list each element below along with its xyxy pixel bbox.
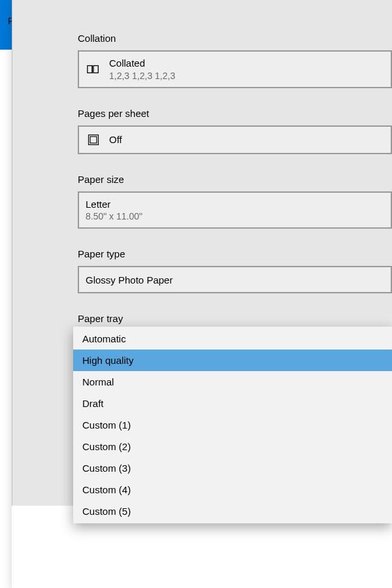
pages-per-sheet-combobox[interactable]: Off: [78, 125, 392, 154]
paper-size-subtext: 8.50" x 11.00": [86, 210, 142, 222]
paper-size-value-wrap: Letter 8.50" x 11.00": [86, 198, 142, 223]
pages-per-sheet-label: Pages per sheet: [78, 108, 392, 119]
print-settings-content: Collation Collated 1,2,3 1,2,3 1,2,3 Pag…: [12, 33, 392, 358]
paper-size-section: Paper size Letter 8.50" x 11.00": [78, 174, 392, 229]
collation-value: Collated: [109, 57, 175, 70]
quality-option[interactable]: Draft: [73, 393, 392, 414]
quality-option[interactable]: Normal: [73, 371, 392, 393]
paper-tray-label: Paper tray: [78, 313, 392, 324]
quality-option[interactable]: Custom (1): [73, 414, 392, 436]
quality-option[interactable]: Custom (5): [73, 500, 392, 522]
paper-size-value: Letter: [86, 198, 142, 211]
quality-option[interactable]: Automatic: [73, 328, 392, 350]
svg-rect-4: [90, 137, 97, 143]
quality-option[interactable]: Custom (3): [73, 457, 392, 479]
quality-option[interactable]: Custom (4): [73, 479, 392, 500]
collation-section: Collation Collated 1,2,3 1,2,3 1,2,3: [78, 33, 392, 88]
paper-type-section: Paper type Glossy Photo Paper: [78, 248, 392, 293]
collated-icon: [86, 61, 101, 77]
paper-type-combobox[interactable]: Glossy Photo Paper: [78, 266, 392, 293]
output-quality-dropdown[interactable]: AutomaticHigh qualityNormalDraftCustom (…: [73, 327, 392, 523]
collation-combobox[interactable]: Collated 1,2,3 1,2,3 1,2,3: [78, 50, 392, 88]
collation-value-wrap: Collated 1,2,3 1,2,3 1,2,3: [109, 57, 175, 82]
quality-option[interactable]: Custom (2): [73, 436, 392, 457]
quality-option[interactable]: High quality: [73, 350, 392, 371]
paper-type-value: Glossy Photo Paper: [86, 274, 172, 287]
collation-label: Collation: [78, 33, 392, 44]
paper-size-combobox[interactable]: Letter 8.50" x 11.00": [78, 191, 392, 229]
svg-rect-1: [93, 65, 98, 73]
collation-subtext: 1,2,3 1,2,3 1,2,3: [109, 70, 175, 82]
paper-type-label: Paper type: [78, 248, 392, 259]
pages-per-sheet-icon: [86, 132, 101, 148]
svg-rect-0: [88, 65, 92, 73]
pages-per-sheet-value: Off: [109, 133, 122, 146]
paper-size-label: Paper size: [78, 174, 392, 185]
pages-per-sheet-section: Pages per sheet Off: [78, 108, 392, 154]
